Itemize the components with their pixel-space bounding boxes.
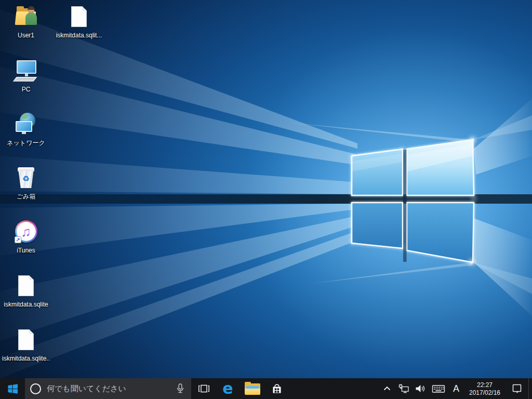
icon-label: iskmitdata.sqlit... — [55, 32, 103, 39]
file-icon — [14, 273, 38, 298]
tray-date: 2017/02/16 — [466, 389, 504, 397]
clock-button[interactable]: 22:27 2017/02/16 — [464, 378, 506, 399]
edge-icon: e — [222, 381, 233, 396]
desktop-icon-iskmitdata-sqlit-1[interactable]: iskmitdata.sqlit... — [55, 4, 103, 39]
start-button[interactable] — [0, 378, 25, 399]
show-desktop-button[interactable] — [528, 378, 532, 399]
notification-bubble-icon — [511, 382, 523, 395]
shortcut-arrow-badge: ↗ — [15, 236, 21, 243]
action-center-button[interactable] — [506, 378, 528, 399]
search-input[interactable]: 何でも聞いてください — [47, 384, 174, 394]
tray-time: 22:27 — [466, 381, 504, 389]
recycle-symbol: ♻ — [14, 174, 38, 183]
icon-label: iTunes — [2, 247, 50, 254]
task-view-button[interactable] — [191, 378, 216, 399]
itunes-shortcut-icon: ♫ ↗ — [14, 219, 38, 244]
file-icon — [14, 327, 38, 352]
user-folder-icon — [14, 4, 38, 29]
desktop-icon-itunes[interactable]: ♫ ↗ iTunes — [2, 219, 50, 254]
hero-wallpaper — [0, 0, 532, 378]
ime-mode-button[interactable]: A — [448, 378, 464, 399]
speaker-icon — [414, 382, 427, 395]
ime-keyboard-button[interactable] — [429, 378, 448, 399]
windows-logo-icon — [7, 383, 19, 395]
store-button[interactable] — [264, 378, 289, 399]
network-status-button[interactable] — [395, 378, 412, 399]
ime-mode-indicator: A — [448, 383, 464, 394]
touch-keyboard-icon — [431, 382, 446, 395]
taskbar: 何でも聞いてください e — [0, 378, 532, 399]
desktop-icon-user1[interactable]: User1 — [2, 4, 50, 39]
tray-overflow-button[interactable] — [379, 378, 395, 399]
file-icon — [66, 4, 91, 29]
desktop-icon-iskmitdata-sqlite[interactable]: iskmitdata.sqlite — [2, 273, 50, 308]
microphone-icon[interactable] — [174, 381, 187, 396]
icon-label: ごみ箱 — [2, 193, 50, 200]
desktop-icon-recycle-bin[interactable]: ♻ ごみ箱 — [2, 165, 50, 200]
microsoft-store-icon — [270, 382, 284, 395]
icon-label: iskmitdata.sqlite... — [2, 355, 50, 362]
network-icon — [14, 112, 38, 137]
icon-label: iskmitdata.sqlite — [2, 301, 50, 308]
ethernet-network-icon — [397, 382, 410, 395]
taskbar-empty-space — [289, 378, 379, 399]
icon-label: PC — [2, 86, 50, 93]
pc-icon — [14, 58, 38, 83]
desktop-background: User1 iskmitdata.sqlit... PC ネットワーク ♻ ごみ… — [0, 0, 532, 378]
chevron-up-icon — [381, 383, 393, 394]
cortana-search-box[interactable]: 何でも聞いてください — [25, 378, 191, 399]
desktop-icon-pc[interactable]: PC — [2, 58, 50, 93]
recycle-bin-icon: ♻ — [14, 165, 38, 190]
file-explorer-button[interactable] — [240, 378, 264, 399]
edge-browser-button[interactable]: e — [216, 378, 240, 399]
volume-button[interactable] — [412, 378, 429, 399]
system-tray: A 22:27 2017/02/16 — [379, 378, 532, 399]
desktop-icon-iskmitdata-sqlite-2[interactable]: iskmitdata.sqlite... — [2, 327, 50, 362]
desktop-icon-network[interactable]: ネットワーク — [2, 112, 50, 147]
icon-label: ネットワーク — [2, 139, 50, 147]
icon-label: User1 — [2, 32, 50, 39]
file-explorer-icon — [245, 382, 260, 395]
cortana-ring-icon — [30, 383, 41, 394]
